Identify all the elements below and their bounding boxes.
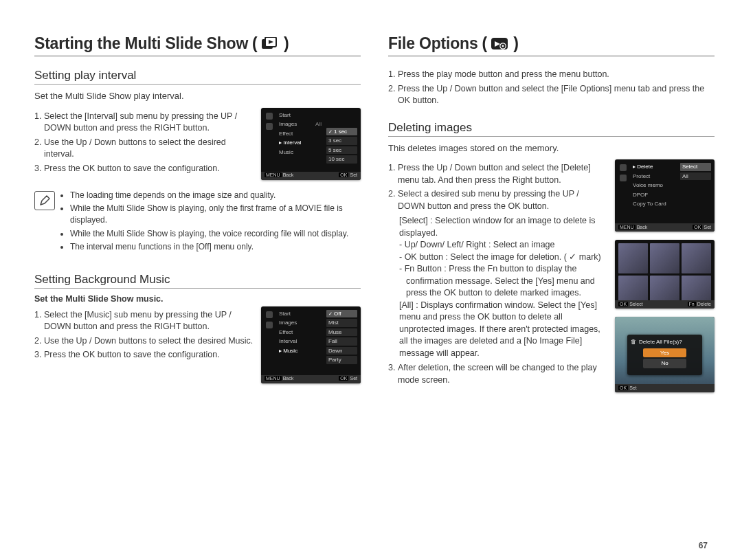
sub-item: - OK button : Select the image for delet… [388, 251, 608, 264]
step-item: Select the [Interval] sub menu by pressi… [44, 111, 254, 135]
menu-item: Start [277, 310, 324, 318]
step-item: Use the Up / Down buttons to select the … [44, 335, 254, 348]
menu-value: 3 sec [326, 137, 357, 145]
menu-item: Interval [277, 337, 324, 346]
left-title: Starting the Multi Slide Show ( ) [34, 34, 361, 56]
menu-item: DPOF [631, 191, 677, 199]
menu-value: Party [326, 356, 357, 364]
step-item: Press the Up / Down button and select th… [398, 83, 715, 107]
note-item: While the Multi Slide Show is playing, o… [70, 203, 361, 227]
menu-value: Dawn [326, 347, 357, 355]
dialog-no-button[interactable]: No [643, 359, 686, 368]
right-title-text: File Options [388, 34, 478, 53]
steps-file-options: Press the play mode button and press the… [388, 69, 715, 107]
menu-value: 5 sec [326, 146, 357, 155]
steps-deleting: Press the Up / Down button and select th… [388, 162, 608, 212]
figure-select-thumbs: OKSelect FnDelete [615, 240, 715, 309]
step-item: Press the Up / Down button and select th… [398, 162, 608, 186]
sub-item: [Select] : Selection window for an image… [388, 215, 608, 239]
menu-item: Music [277, 148, 324, 157]
menu-value: Muse [326, 328, 357, 337]
manual-page: Starting the Multi Slide Show ( ) Settin… [0, 0, 742, 560]
step-item: Use the Up / Down buttons to select the … [44, 137, 254, 161]
dialog-title: 🗑 Delete All File(s)? [631, 339, 699, 346]
menu-item: Protect [631, 172, 677, 181]
figure-delete-menu: ▸ Delete Protect Voice memo DPOF Copy To… [615, 159, 715, 232]
figure-music-menu: Start Images Effect Interval ▸ Music Off… [261, 306, 361, 383]
menu-item: Copy To Card [631, 200, 677, 208]
dialog-yes-button[interactable]: Yes [643, 348, 686, 358]
step-item: Press the play mode button and press the… [398, 69, 715, 81]
svg-point-4 [502, 45, 504, 47]
heading-bg-music: Setting Background Music [34, 273, 361, 289]
step-item: Press the OK button to save the configur… [44, 349, 254, 361]
heading-play-interval: Setting play interval [34, 69, 361, 85]
step-item: Select the [Music] sub menu by pressing … [44, 309, 254, 333]
step-item: Press the OK button to save the configur… [44, 163, 254, 175]
menu-value: 1 sec [326, 128, 357, 136]
note-item: The interval menu functions in the [Off]… [70, 241, 361, 253]
menu-item: Effect [277, 130, 324, 138]
file-options-gear-icon: ( ) [482, 36, 519, 52]
menu-item: Images All [277, 120, 324, 128]
step-item: After deletion, the screen will be chang… [398, 362, 608, 386]
menu-item: Start [277, 111, 324, 120]
figure-interval-menu: Start Images All Effect ▸ Interval Music… [261, 108, 361, 180]
steps-deleting-cont: After deletion, the screen will be chang… [388, 362, 608, 386]
menu-value: All [680, 172, 711, 181]
note-item: The loading time depends on the image si… [70, 190, 361, 201]
sub-item: [All] : Displays confirmation window. Se… [388, 300, 608, 360]
steps-play-interval: Select the [Interval] sub menu by pressi… [34, 111, 254, 175]
sub-item: - Fn Button : Press the Fn button to dis… [388, 263, 608, 300]
left-title-text: Starting the Multi Slide Show [34, 34, 248, 53]
note-box: The loading time depends on the image si… [34, 190, 361, 255]
menu-item: Images [277, 319, 324, 327]
menu-item: ▸ Delete [631, 163, 677, 171]
heading-deleting-images: Deleting images [388, 121, 715, 137]
menu-value: Select [680, 163, 711, 171]
menu-value: Mist [326, 319, 357, 327]
note-item: While the Multi Slide Show is playing, t… [70, 228, 361, 240]
slideshow-play-icon: ( ) [252, 36, 289, 52]
menu-item: ▸ Music [277, 347, 324, 355]
note-pencil-icon [34, 191, 55, 210]
menu-value: 10 sec [326, 155, 357, 164]
trash-icon: 🗑 [631, 339, 636, 346]
left-column: Starting the Multi Slide Show ( ) Settin… [34, 34, 361, 392]
intro-deleting-images: This deletes images stored on the memory… [388, 142, 715, 155]
figure-delete-dialog: 🗑 Delete All File(s)? Yes No OKSet [615, 317, 715, 392]
sublist-deleting: [Select] : Selection window for an image… [388, 215, 608, 359]
intro-play-interval: Set the Multi Slide Show play interval. [34, 90, 361, 102]
menu-item: Effect [277, 328, 324, 337]
page-number: 67 [699, 541, 708, 550]
steps-bg-music: Select the [Music] sub menu by pressing … [34, 309, 254, 361]
menu-item: Voice memo [631, 181, 677, 190]
menu-value: Fall [326, 337, 357, 346]
menu-value: Off [326, 310, 357, 318]
step-item: Select a desired sub menu by pressing th… [398, 188, 608, 212]
right-column: File Options ( ) Press the play mode but… [388, 34, 715, 392]
sub-item: - Up/ Down/ Left/ Right : Select an imag… [388, 239, 608, 251]
menu-item: ▸ Interval [277, 139, 324, 147]
right-title: File Options ( ) [388, 34, 715, 56]
bold-intro-bg-music: Set the Multi Slide Show music. [34, 294, 361, 304]
